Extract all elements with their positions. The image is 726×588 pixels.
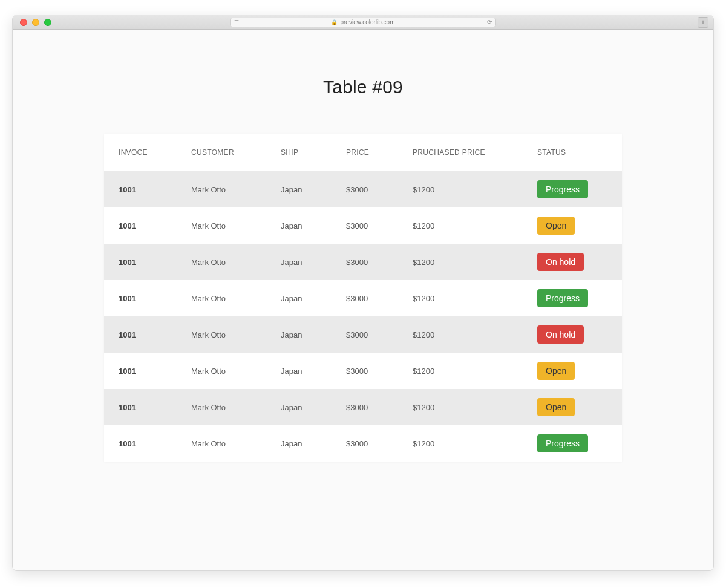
col-header-status: STATUS xyxy=(523,134,622,171)
cell-purchased: $1200 xyxy=(398,316,523,353)
status-badge[interactable]: On hold xyxy=(537,253,584,271)
col-header-ship: SHIP xyxy=(266,134,332,171)
table-header-row: INVOCE CUSTOMER SHIP PRICE PRUCHASED PRI… xyxy=(104,134,622,171)
cell-invoice: 1001 xyxy=(104,280,177,316)
cell-invoice: 1001 xyxy=(104,353,177,389)
cell-price: $3000 xyxy=(332,244,398,280)
cell-invoice: 1001 xyxy=(104,389,177,425)
traffic-lights xyxy=(20,19,51,26)
page-title: Table #09 xyxy=(13,77,713,97)
cell-customer: Mark Otto xyxy=(177,353,266,389)
close-window-button[interactable] xyxy=(20,19,27,26)
cell-purchased: $1200 xyxy=(398,389,523,425)
minimize-window-button[interactable] xyxy=(32,19,39,26)
reader-icon: ☰ xyxy=(234,19,239,25)
cell-purchased: $1200 xyxy=(398,353,523,389)
lock-icon: 🔒 xyxy=(331,19,338,25)
cell-purchased: $1200 xyxy=(398,280,523,316)
table-row: 1001Mark OttoJapan$3000$1200On hold xyxy=(104,244,622,280)
cell-purchased: $1200 xyxy=(398,425,523,462)
cell-invoice: 1001 xyxy=(104,207,177,244)
col-header-purchased: PRUCHASED PRICE xyxy=(398,134,523,171)
cell-status: On hold xyxy=(523,244,622,280)
cell-customer: Mark Otto xyxy=(177,171,266,207)
status-badge[interactable]: Progress xyxy=(537,289,588,307)
cell-price: $3000 xyxy=(332,425,398,462)
cell-invoice: 1001 xyxy=(104,244,177,280)
col-header-customer: CUSTOMER xyxy=(177,134,266,171)
cell-purchased: $1200 xyxy=(398,171,523,207)
cell-price: $3000 xyxy=(332,389,398,425)
browser-window: ☰ 🔒 preview.colorlib.com ⟳ + Table #09 I… xyxy=(12,15,714,571)
refresh-icon[interactable]: ⟳ xyxy=(487,19,492,25)
status-badge[interactable]: Progress xyxy=(537,434,588,452)
cell-status: Open xyxy=(523,389,622,425)
cell-customer: Mark Otto xyxy=(177,389,266,425)
cell-customer: Mark Otto xyxy=(177,316,266,353)
new-tab-button[interactable]: + xyxy=(698,17,708,28)
cell-customer: Mark Otto xyxy=(177,425,266,462)
cell-purchased: $1200 xyxy=(398,207,523,244)
cell-invoice: 1001 xyxy=(104,425,177,462)
cell-ship: Japan xyxy=(266,244,332,280)
table-row: 1001Mark OttoJapan$3000$1200Open xyxy=(104,389,622,425)
address-host: preview.colorlib.com xyxy=(340,19,394,25)
cell-price: $3000 xyxy=(332,171,398,207)
cell-status: Progress xyxy=(523,280,622,316)
col-header-invoice: INVOCE xyxy=(104,134,177,171)
address-bar-wrap: ☰ 🔒 preview.colorlib.com ⟳ xyxy=(230,18,496,27)
cell-ship: Japan xyxy=(266,389,332,425)
table-row: 1001Mark OttoJapan$3000$1200Progress xyxy=(104,425,622,462)
cell-status: Progress xyxy=(523,425,622,462)
status-badge[interactable]: Progress xyxy=(537,180,588,198)
cell-ship: Japan xyxy=(266,207,332,244)
cell-price: $3000 xyxy=(332,280,398,316)
cell-status: Open xyxy=(523,353,622,389)
cell-price: $3000 xyxy=(332,316,398,353)
cell-customer: Mark Otto xyxy=(177,280,266,316)
maximize-window-button[interactable] xyxy=(44,19,51,26)
table-row: 1001Mark OttoJapan$3000$1200Progress xyxy=(104,171,622,207)
cell-status: Progress xyxy=(523,171,622,207)
invoice-table: INVOCE CUSTOMER SHIP PRICE PRUCHASED PRI… xyxy=(104,134,622,462)
cell-invoice: 1001 xyxy=(104,316,177,353)
cell-price: $3000 xyxy=(332,353,398,389)
page-content: Table #09 INVOCE CUSTOMER SHIP PRICE PRU… xyxy=(13,30,713,570)
table-row: 1001Mark OttoJapan$3000$1200On hold xyxy=(104,316,622,353)
title-bar: ☰ 🔒 preview.colorlib.com ⟳ + xyxy=(13,15,713,30)
cell-customer: Mark Otto xyxy=(177,207,266,244)
address-bar[interactable]: ☰ 🔒 preview.colorlib.com ⟳ xyxy=(230,18,496,27)
status-badge[interactable]: On hold xyxy=(537,325,584,344)
table-row: 1001Mark OttoJapan$3000$1200Progress xyxy=(104,280,622,316)
table-row: 1001Mark OttoJapan$3000$1200Open xyxy=(104,353,622,389)
table-card: INVOCE CUSTOMER SHIP PRICE PRUCHASED PRI… xyxy=(104,134,622,462)
cell-ship: Japan xyxy=(266,425,332,462)
cell-ship: Japan xyxy=(266,171,332,207)
cell-invoice: 1001 xyxy=(104,171,177,207)
cell-ship: Japan xyxy=(266,353,332,389)
cell-status: Open xyxy=(523,207,622,244)
cell-price: $3000 xyxy=(332,207,398,244)
cell-ship: Japan xyxy=(266,316,332,353)
status-badge[interactable]: Open xyxy=(537,217,575,235)
cell-customer: Mark Otto xyxy=(177,244,266,280)
status-badge[interactable]: Open xyxy=(537,398,575,416)
col-header-price: PRICE xyxy=(332,134,398,171)
cell-purchased: $1200 xyxy=(398,244,523,280)
cell-status: On hold xyxy=(523,316,622,353)
status-badge[interactable]: Open xyxy=(537,362,575,380)
table-row: 1001Mark OttoJapan$3000$1200Open xyxy=(104,207,622,244)
cell-ship: Japan xyxy=(266,280,332,316)
